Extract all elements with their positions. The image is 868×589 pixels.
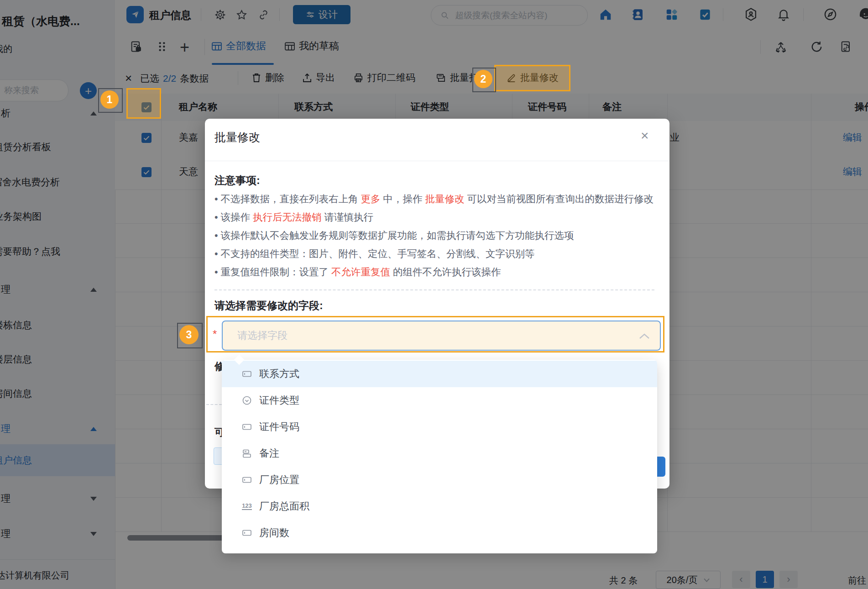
annotation-step2-badge: 2	[474, 70, 492, 88]
annotation-step3-badge: 3	[179, 325, 199, 344]
input-field-icon	[242, 422, 252, 432]
notice-title: 注意事项:	[214, 174, 660, 188]
field-select-placeholder: 请选择字段	[237, 329, 288, 342]
notice-bullet-2: 该操作 执行后无法撤销 请谨慎执行	[214, 210, 660, 225]
dropdown-option-note[interactable]: 备注	[222, 440, 657, 467]
dropdown-option-id-type[interactable]: 证件类型	[222, 387, 657, 414]
modal-title: 批量修改	[214, 130, 260, 145]
notice-bullet-5: 重复值组件限制：设置了 不允许重复值 的组件不允许执行该操作	[214, 265, 660, 279]
dropdown-option-dorm-area[interactable]: 123 宿舍总面积	[222, 546, 657, 553]
chevron-up-icon	[639, 333, 650, 339]
annotation-step1-badge: 1	[100, 90, 119, 109]
field-dropdown: 联系方式 证件类型 证件号码 备注 厂房位置 123 厂房总面积 房间数 123…	[222, 360, 657, 553]
modal-header-divider	[205, 161, 669, 161]
dropdown-option-contact[interactable]: 联系方式	[222, 361, 657, 387]
dropdown-option-id-number[interactable]: 证件号码	[222, 414, 657, 440]
dropdown-option-room-count[interactable]: 房间数	[222, 520, 657, 546]
number-field-icon: 123	[242, 501, 252, 511]
notice-bullet-3: 该操作默认不会触发业务规则等数据扩展功能，如需执行请勾选下方功能执行选项	[214, 229, 660, 243]
required-asterisk: *	[213, 328, 217, 341]
input-field-icon	[242, 475, 252, 485]
close-icon[interactable]: ×	[641, 129, 649, 142]
modal-dashed-fragment	[206, 404, 222, 405]
modal-notice: 注意事项: 不选择数据，直接在列表右上角 更多 中，操作 批量修改 可以对当前视…	[214, 174, 660, 279]
field-select-label: 请选择需要修改的字段:	[214, 299, 323, 313]
textarea-field-icon	[242, 448, 252, 458]
annotation-highlight-select-all	[126, 88, 161, 119]
notice-bullet-1: 不选择数据，直接在列表右上角 更多 中，操作 批量修改 可以对当前视图所有查询出…	[214, 192, 660, 206]
modal-dashed-divider	[214, 289, 654, 290]
dropdown-option-factory-area[interactable]: 123 厂房总面积	[222, 493, 657, 520]
select-field-icon	[242, 395, 252, 405]
input-field-icon	[242, 369, 252, 379]
field-select-input[interactable]: 请选择字段	[222, 321, 661, 351]
input-field-icon	[242, 528, 252, 538]
notice-bullet-4: 不支持的组件类型：图片、附件、定位、手写签名、分割线、文字识别等	[214, 247, 660, 261]
annotation-highlight-batch-edit	[494, 65, 570, 91]
dropdown-option-factory-location[interactable]: 厂房位置	[222, 467, 657, 493]
